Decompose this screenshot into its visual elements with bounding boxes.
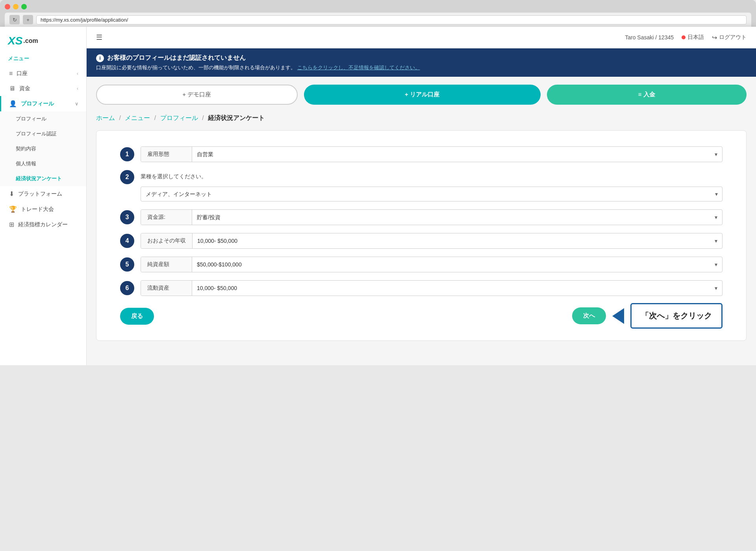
header-logout-button[interactable]: ↪ ログアウト bbox=[712, 34, 747, 41]
field-label-4: おおよその年収 bbox=[141, 233, 193, 248]
profile-icon: 👤 bbox=[9, 100, 17, 107]
header-user: Taro Sasaki / 12345 bbox=[625, 34, 674, 41]
sidebar-item-economic[interactable]: 経済状況アンケート bbox=[0, 171, 86, 186]
sidebar-item-profile-basic-label: プロフィール bbox=[16, 115, 46, 122]
profile-arrow: ∨ bbox=[75, 101, 78, 107]
form-field-6: 流動資産 10,000- $50,000 $50,001-$100,000 $1… bbox=[141, 280, 723, 296]
back-button[interactable]: 戻る bbox=[120, 308, 154, 325]
sidebar-item-economic-label: 経済状況アンケート bbox=[16, 175, 62, 182]
callout-box: 「次へ」をクリック bbox=[630, 303, 723, 329]
logout-icon: ↪ bbox=[712, 34, 717, 41]
step-badge-4: 4 bbox=[120, 234, 134, 248]
sidebar-item-platform[interactable]: ⬇ プラットフォーム bbox=[0, 186, 86, 202]
form-question-2: 業種を選択してください。 bbox=[141, 170, 207, 183]
form-row-6: 6 流動資産 10,000- $50,000 $50,001-$100,000 … bbox=[120, 280, 723, 296]
sidebar-item-profile[interactable]: 👤 プロフィール ∨ bbox=[0, 96, 86, 111]
main-content: ☰ Taro Sasaki / 12345 日本語 ↪ ログアウト i お客様の… bbox=[87, 27, 756, 365]
form-field-5: 純資産額 $50,000-$100,000 $100,001-$200,000 … bbox=[141, 257, 723, 272]
browser-maximize-button[interactable] bbox=[21, 4, 27, 9]
form-field-4: おおよその年収 10,000- $50,000 $50,001-$100,000… bbox=[141, 233, 723, 249]
form-card: 1 雇用形態 自営業 会社員 自由業 無職 その他 bbox=[96, 130, 747, 341]
sidebar-item-trade-label: トレード大会 bbox=[21, 206, 54, 213]
profile-submenu: プロフィール プロフィール認証 契約内容 個人情報 経済状況アンケート bbox=[0, 111, 86, 186]
step-badge-1: 1 bbox=[120, 147, 134, 161]
browser-minimize-button[interactable] bbox=[13, 4, 19, 9]
top-header: ☰ Taro Sasaki / 12345 日本語 ↪ ログアウト bbox=[87, 27, 756, 48]
accounts-icon: ≡ bbox=[9, 70, 13, 77]
sidebar-item-platform-label: プラットフォーム bbox=[18, 190, 62, 198]
breadcrumb-profile[interactable]: プロフィール bbox=[160, 115, 198, 121]
sidebar-item-accounts-label: 口座 bbox=[17, 70, 28, 77]
header-lang-button[interactable]: 日本語 bbox=[682, 34, 704, 41]
sidebar: XS .com メニュー ≡ 口座 ‹ 🖥 資金 ‹ 👤 プロフィール ∨ bbox=[0, 27, 87, 365]
form-row-4: 4 おおよその年収 10,000- $50,000 $50,001-$100,0… bbox=[120, 233, 723, 249]
browser-close-button[interactable] bbox=[5, 4, 10, 9]
browser-newtab-button[interactable]: + bbox=[23, 15, 33, 24]
alert-link[interactable]: こちらをクリックし、不足情報を確認してください。 bbox=[297, 65, 420, 70]
field-label-3: 資金源: bbox=[141, 210, 192, 225]
logo-com: .com bbox=[23, 37, 38, 44]
alert-icon: i bbox=[96, 54, 104, 62]
employment-type-select[interactable]: 自営業 会社員 自由業 無職 その他 bbox=[192, 147, 218, 161]
callout-wrapper: 次へ 「次へ」をクリック bbox=[572, 303, 723, 329]
field-label-1: 雇用形態 bbox=[141, 147, 192, 162]
breadcrumb-sep-1: / bbox=[119, 115, 120, 121]
form-row-5: 5 純資産額 $50,000-$100,000 $100,001-$200,00… bbox=[120, 257, 723, 272]
field-label-6: 流動資産 bbox=[141, 281, 192, 296]
lang-dot bbox=[682, 35, 686, 39]
breadcrumb: ホーム / メニュー / プロフィール / 経済状況アンケート bbox=[96, 114, 747, 122]
sidebar-item-contract-label: 契約内容 bbox=[16, 145, 36, 152]
sidebar-item-calendar[interactable]: ⊞ 経済指標カレンダー bbox=[0, 217, 86, 232]
sidebar-item-profile-verify-label: プロフィール認証 bbox=[16, 130, 57, 137]
industry-select[interactable]: メディア、インターネット 金融 製造業 小売業 その他 bbox=[141, 187, 723, 202]
next-button[interactable]: 次へ bbox=[572, 307, 606, 324]
step-badge-6: 6 bbox=[120, 281, 134, 295]
sidebar-item-profile-label: プロフィール bbox=[21, 100, 54, 107]
calendar-icon: ⊞ bbox=[9, 221, 14, 228]
demo-account-button[interactable]: + デモ口座 bbox=[96, 85, 298, 105]
funds-arrow: ‹ bbox=[77, 86, 78, 91]
action-buttons: + デモ口座 + リアル口座 ≡ 入金 bbox=[96, 85, 747, 105]
form-field-3: 資金源: 貯蓄/投資 給与 投資収益 相続 その他 bbox=[141, 209, 723, 225]
breadcrumb-sep-3: / bbox=[202, 115, 204, 121]
accounts-arrow: ‹ bbox=[77, 71, 78, 76]
real-account-button[interactable]: + リアル口座 bbox=[304, 85, 541, 105]
header-logout-label: ログアウト bbox=[719, 34, 747, 41]
form-row-1: 1 雇用形態 自営業 会社員 自由業 無職 その他 bbox=[120, 146, 723, 162]
sidebar-item-profile-basic[interactable]: プロフィール bbox=[0, 111, 86, 126]
breadcrumb-menu[interactable]: メニュー bbox=[125, 115, 150, 121]
breadcrumb-sep-2: / bbox=[154, 115, 156, 121]
content-area: + デモ口座 + リアル口座 ≡ 入金 ホーム / メニュー / プロフィール … bbox=[87, 77, 756, 365]
step-badge-3: 3 bbox=[120, 210, 134, 224]
form-row-2: 2 業種を選択してください。 メディア、インターネット 金融 製造業 小売業 bbox=[120, 170, 723, 202]
liquid-assets-select[interactable]: 10,000- $50,000 $50,001-$100,000 $100,00… bbox=[192, 281, 250, 295]
alert-title-text: お客様のプロフィールはまだ認証されていません bbox=[107, 54, 246, 62]
deposit-button[interactable]: ≡ 入金 bbox=[547, 85, 747, 105]
sidebar-item-personal-label: 個人情報 bbox=[16, 160, 36, 167]
funding-source-select[interactable]: 貯蓄/投資 給与 投資収益 相続 その他 bbox=[192, 210, 225, 224]
menu-label: メニュー bbox=[0, 55, 86, 66]
browser-refresh-button[interactable]: ↻ bbox=[9, 15, 20, 24]
breadcrumb-current: 経済状況アンケート bbox=[208, 115, 265, 121]
field-label-5: 純資産額 bbox=[141, 257, 192, 272]
sidebar-item-calendar-label: 経済指標カレンダー bbox=[18, 221, 68, 228]
sidebar-item-profile-verify[interactable]: プロフィール認証 bbox=[0, 126, 86, 141]
breadcrumb-home[interactable]: ホーム bbox=[96, 115, 115, 121]
logo-xs: XS bbox=[8, 35, 22, 47]
annual-income-select[interactable]: 10,000- $50,000 $50,001-$100,000 $100,00… bbox=[193, 234, 250, 248]
form-footer: 戻る 次へ 「次へ」をクリック bbox=[120, 308, 723, 325]
sidebar-item-funds[interactable]: 🖥 資金 ‹ bbox=[0, 81, 86, 96]
net-assets-select[interactable]: $50,000-$100,000 $100,001-$200,000 $200,… bbox=[192, 257, 250, 272]
browser-url-input[interactable] bbox=[36, 15, 747, 24]
step-badge-2: 2 bbox=[120, 170, 134, 184]
sidebar-item-accounts[interactable]: ≡ 口座 ‹ bbox=[0, 66, 86, 81]
alert-banner: i お客様のプロフィールはまだ認証されていません 口座開設に必要な情報が揃ってい… bbox=[87, 48, 756, 77]
step-badge-5: 5 bbox=[120, 257, 134, 272]
platform-icon: ⬇ bbox=[9, 190, 14, 198]
sidebar-item-contract[interactable]: 契約内容 bbox=[0, 141, 86, 156]
header-lang-label: 日本語 bbox=[687, 34, 704, 41]
hamburger-button[interactable]: ☰ bbox=[96, 33, 102, 42]
sidebar-item-trade[interactable]: 🏆 トレード大会 bbox=[0, 202, 86, 217]
sidebar-item-personal[interactable]: 個人情報 bbox=[0, 156, 86, 171]
funds-icon: 🖥 bbox=[9, 85, 15, 92]
